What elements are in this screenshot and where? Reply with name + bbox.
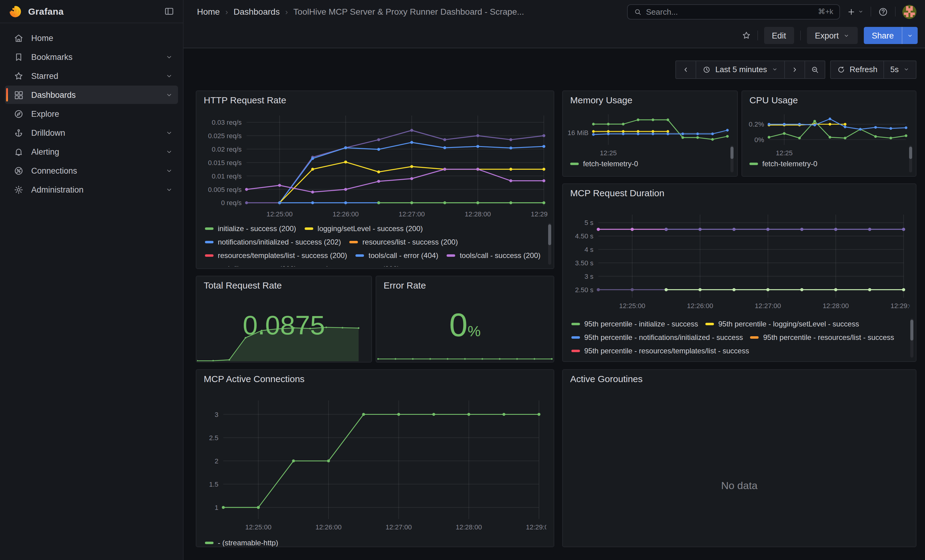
legend-item[interactable]: fetch-telemetry-0 bbox=[749, 157, 817, 171]
breadcrumb-separator: › bbox=[226, 7, 228, 16]
legend-item[interactable]: unknown - success (200) bbox=[305, 262, 399, 267]
legend-item[interactable]: 95th percentile - resources/list - succe… bbox=[750, 331, 894, 344]
memory-usage-chart[interactable]: 12:2516 MiB bbox=[566, 108, 732, 156]
legend-item[interactable]: tools/call - success (200) bbox=[447, 249, 541, 262]
legend-scrollbar-thumb[interactable] bbox=[909, 147, 912, 159]
chevron-down-icon[interactable] bbox=[165, 167, 173, 174]
chevron-down-icon[interactable] bbox=[165, 53, 173, 61]
sidebar-item-label: Bookmarks bbox=[31, 52, 72, 62]
refresh-button[interactable]: Refresh bbox=[830, 60, 884, 78]
sidebar-item-alerting[interactable]: Alerting bbox=[5, 143, 178, 161]
cpu-usage-chart[interactable]: 12:250.2%0% bbox=[746, 108, 911, 156]
legend-item[interactable]: resources/templates/list - success (200) bbox=[205, 249, 347, 262]
legend-item[interactable]: tools/call - error (404) bbox=[356, 249, 438, 262]
sidebar-item-drilldown[interactable]: Drilldown bbox=[5, 123, 178, 142]
panel-title[interactable]: CPU Usage bbox=[749, 95, 798, 105]
svg-text:0.03 req/s: 0.03 req/s bbox=[212, 119, 242, 126]
legend-item[interactable]: logging/setLevel - success (200) bbox=[305, 222, 423, 236]
chevron-down-icon bbox=[771, 66, 778, 73]
chevron-down-icon[interactable] bbox=[165, 72, 173, 80]
legend-item[interactable]: notifications/initialized - success (202… bbox=[205, 236, 341, 249]
help-icon[interactable] bbox=[878, 6, 888, 17]
time-shift-forward-button[interactable] bbox=[784, 60, 805, 78]
panel-title[interactable]: HTTP Request Rate bbox=[204, 95, 286, 105]
grafana-logo-icon[interactable] bbox=[9, 5, 22, 18]
legend-scrollbar-thumb[interactable] bbox=[731, 147, 734, 159]
sidebar-item-label: Dashboards bbox=[31, 90, 76, 99]
breadcrumb: Home›Dashboards›ToolHive MCP Server & Pr… bbox=[197, 7, 524, 17]
legend-item[interactable]: 95th percentile - notifications/initiali… bbox=[571, 331, 743, 344]
sidebar-item-starred[interactable]: Starred bbox=[5, 67, 178, 85]
chevron-down-icon[interactable] bbox=[165, 91, 173, 99]
bookmark-icon bbox=[14, 52, 24, 62]
time-range-picker[interactable]: Last 5 minutes bbox=[696, 60, 785, 78]
svg-text:0%: 0% bbox=[754, 136, 764, 144]
chevron-down-icon[interactable] bbox=[165, 148, 173, 156]
breadcrumb-item[interactable]: Home bbox=[197, 7, 220, 17]
chevron-down-icon[interactable] bbox=[165, 186, 173, 194]
favorite-star-icon[interactable] bbox=[741, 30, 751, 41]
plug-icon bbox=[14, 165, 24, 176]
svg-text:12:29:00: 12:29:00 bbox=[526, 523, 546, 531]
breadcrumb-item[interactable]: Dashboards bbox=[234, 7, 280, 17]
panel-total-request-rate: Total Request Rate 0.0875 bbox=[196, 276, 372, 363]
svg-text:0.005 req/s: 0.005 req/s bbox=[208, 186, 242, 194]
search-icon bbox=[634, 8, 642, 16]
top-chrome: Home›Dashboards›ToolHive MCP Server & Pr… bbox=[184, 0, 925, 48]
panel-title[interactable]: Total Request Rate bbox=[204, 280, 282, 290]
chevron-down-icon[interactable] bbox=[165, 129, 173, 137]
svg-text:3.50 s: 3.50 s bbox=[575, 259, 594, 267]
panel-title[interactable]: MCP Request Duration bbox=[570, 188, 664, 198]
compass-icon bbox=[14, 108, 24, 119]
sidebar-header: Grafana bbox=[0, 0, 183, 23]
legend-item[interactable]: tools/list - success (200) bbox=[205, 262, 297, 267]
legend-item[interactable]: - (streamable-http) bbox=[205, 536, 278, 547]
legend-item[interactable]: resources/list - success (200) bbox=[350, 236, 458, 249]
sidebar-item-bookmarks[interactable]: Bookmarks bbox=[5, 48, 178, 66]
svg-text:4 s: 4 s bbox=[585, 246, 594, 254]
mcp-request-duration-chart[interactable]: 12:25:0012:26:0012:27:0012:28:0012:29:00… bbox=[568, 203, 910, 316]
panel-title[interactable]: Memory Usage bbox=[570, 95, 632, 105]
legend-item[interactable]: 95th percentile - resources/templates/li… bbox=[571, 344, 749, 357]
error-rate-sparkline[interactable] bbox=[377, 352, 553, 361]
http-request-rate-chart[interactable]: 12:25:0012:26:0012:27:0012:28:0012:29:00… bbox=[201, 111, 548, 222]
sidebar-item-label: Home bbox=[31, 33, 53, 42]
svg-text:4.50 s: 4.50 s bbox=[575, 232, 594, 240]
svg-text:2.5: 2.5 bbox=[209, 434, 218, 442]
time-shift-back-button[interactable] bbox=[675, 60, 696, 78]
svg-text:0.01 req/s: 0.01 req/s bbox=[212, 173, 242, 180]
dock-menu-icon[interactable] bbox=[164, 6, 174, 17]
apps-icon bbox=[14, 90, 24, 100]
share-button[interactable]: Share bbox=[864, 27, 902, 44]
sidebar-item-label: Administration bbox=[31, 185, 83, 194]
legend-item[interactable]: fetch-telemetry-0 bbox=[570, 157, 638, 171]
add-new-button[interactable] bbox=[847, 7, 864, 16]
legend-item[interactable]: initialize - success (200) bbox=[205, 222, 296, 236]
dashboard-toolbar: Edit Export Share bbox=[184, 23, 925, 48]
zoom-out-button[interactable] bbox=[804, 60, 825, 78]
sidebar-item-home[interactable]: Home bbox=[5, 29, 178, 47]
legend: 95th percentile - initialize - success95… bbox=[571, 317, 905, 359]
svg-text:12:29:00: 12:29:00 bbox=[890, 302, 910, 310]
sidebar-item-explore[interactable]: Explore bbox=[5, 105, 178, 123]
avatar[interactable] bbox=[902, 5, 916, 19]
sidebar-item-connections[interactable]: Connections bbox=[5, 161, 178, 180]
share-dropdown-button[interactable] bbox=[902, 27, 917, 44]
search-input[interactable]: Search... ⌘+k bbox=[627, 4, 840, 19]
panel-title[interactable]: MCP Active Connections bbox=[204, 374, 305, 384]
sidebar-item-administration[interactable]: Administration bbox=[5, 180, 178, 199]
legend-scrollbar-thumb[interactable] bbox=[910, 320, 913, 341]
panel-title[interactable]: Error Rate bbox=[384, 280, 426, 290]
legend-scrollbar-thumb[interactable] bbox=[548, 224, 551, 245]
refresh-interval-picker[interactable]: 5s bbox=[884, 60, 916, 78]
brand-name: Grafana bbox=[28, 6, 63, 17]
panel-title[interactable]: Active Goroutines bbox=[570, 374, 643, 384]
edit-button[interactable]: Edit bbox=[764, 27, 794, 44]
mcp-active-connections-chart[interactable]: 12:25:0012:26:0012:27:0012:28:0012:29:00… bbox=[201, 392, 546, 535]
stat-unit: % bbox=[468, 323, 481, 339]
export-button[interactable]: Export bbox=[807, 27, 858, 44]
sidebar-item-dashboards[interactable]: Dashboards bbox=[5, 86, 178, 104]
legend-item[interactable]: 95th percentile - initialize - success bbox=[571, 317, 698, 331]
legend-item[interactable]: 95th percentile - logging/setLevel - suc… bbox=[705, 317, 859, 331]
svg-text:0 req/s: 0 req/s bbox=[221, 199, 242, 207]
